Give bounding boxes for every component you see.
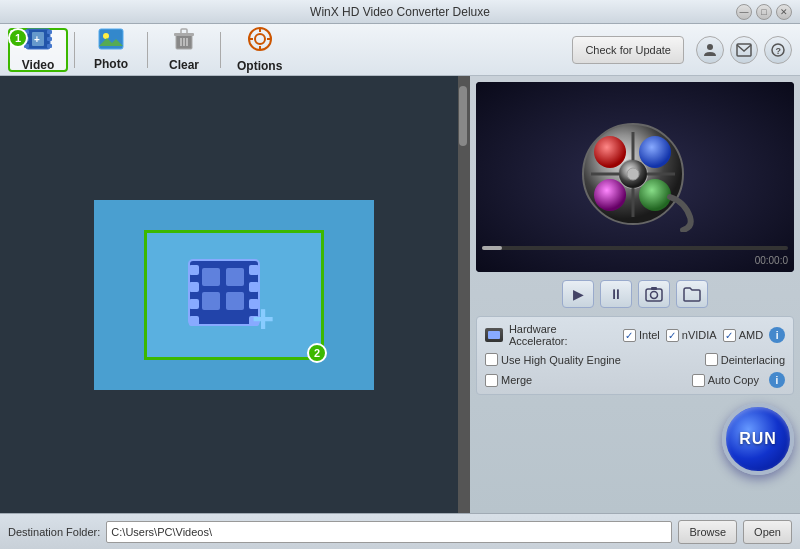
- title-bar: WinX HD Video Converter Deluxe — □ ✕: [0, 0, 800, 24]
- deinterlacing-checkbox[interactable]: Deinterlacing: [705, 353, 785, 366]
- maximize-button[interactable]: □: [756, 4, 772, 20]
- photo-icon: [98, 28, 124, 55]
- drop-zone-inner[interactable]: + 2: [144, 230, 324, 360]
- hardware-accelerator-row: Hardware Accelerator: Intel nVIDIA AMD i: [485, 323, 785, 347]
- run-button-container: RUN: [476, 401, 794, 477]
- svg-rect-4: [47, 30, 52, 34]
- hardware-label: Hardware Accelerator:: [509, 323, 617, 347]
- drop-zone-badge: 2: [307, 343, 327, 363]
- svg-rect-28: [189, 260, 259, 325]
- user-icon[interactable]: [696, 36, 724, 64]
- toolbar-separator-3: [220, 32, 221, 68]
- svg-text:+: +: [252, 298, 274, 340]
- minimize-button[interactable]: —: [736, 4, 752, 20]
- right-panel: 00:00:0 ▶ ⏸: [470, 76, 800, 513]
- svg-rect-39: [202, 292, 220, 310]
- left-scrollbar[interactable]: [458, 76, 468, 513]
- svg-rect-31: [189, 299, 199, 309]
- intel-checkbox-box[interactable]: [623, 329, 636, 342]
- add-video-icon: +: [184, 250, 284, 340]
- pause-button[interactable]: ⏸: [600, 280, 632, 308]
- close-button[interactable]: ✕: [776, 4, 792, 20]
- options-icon: [247, 26, 273, 57]
- window-title: WinX HD Video Converter Deluxe: [310, 5, 490, 19]
- hardware-icon: [485, 328, 503, 342]
- nvidia-checkbox-box[interactable]: [666, 329, 679, 342]
- playback-controls: ▶ ⏸: [476, 278, 794, 310]
- main-area: + 2: [0, 76, 800, 513]
- svg-rect-34: [249, 282, 259, 292]
- svg-point-24: [707, 44, 713, 50]
- preview-area: 00:00:0: [476, 82, 794, 272]
- svg-point-49: [627, 168, 639, 180]
- merge-checkbox-box[interactable]: [485, 374, 498, 387]
- auto-copy-checkbox-box[interactable]: [692, 374, 705, 387]
- auto-copy-label: Auto Copy: [708, 374, 759, 386]
- svg-rect-38: [226, 268, 244, 286]
- merge-label: Merge: [501, 374, 532, 386]
- amd-checkbox-box[interactable]: [723, 329, 736, 342]
- video-badge: 1: [8, 28, 28, 48]
- bottom-bar: Destination Folder: Browse Open: [0, 513, 800, 549]
- clear-button[interactable]: Clear: [154, 28, 214, 72]
- svg-rect-33: [249, 265, 259, 275]
- destination-input[interactable]: [106, 521, 672, 543]
- scroll-thumb[interactable]: [459, 86, 467, 146]
- svg-rect-30: [189, 282, 199, 292]
- toolbar: + Video 1 Photo Clear: [0, 24, 800, 76]
- svg-rect-29: [189, 265, 199, 275]
- merge-checkbox[interactable]: Merge: [485, 374, 532, 387]
- video-button[interactable]: + Video 1: [8, 28, 68, 72]
- email-icon[interactable]: [730, 36, 758, 64]
- svg-point-44: [639, 136, 671, 168]
- drop-zone-outer[interactable]: + 2: [94, 200, 374, 390]
- photo-label: Photo: [94, 57, 128, 71]
- high-quality-label: Use High Quality Engine: [501, 354, 621, 366]
- destination-label: Destination Folder:: [8, 526, 100, 538]
- svg-point-10: [103, 33, 109, 39]
- amd-checkbox[interactable]: AMD: [723, 329, 763, 342]
- browse-button[interactable]: Browse: [678, 520, 737, 544]
- left-panel: + 2: [0, 76, 470, 513]
- deinterlacing-label: Deinterlacing: [721, 354, 785, 366]
- svg-rect-5: [47, 37, 52, 41]
- svg-text:+: +: [34, 34, 40, 45]
- photo-button[interactable]: Photo: [81, 28, 141, 72]
- svg-rect-37: [202, 268, 220, 286]
- nvidia-label: nVIDIA: [682, 329, 717, 341]
- preview-progress-bar[interactable]: [482, 246, 788, 250]
- svg-rect-56: [651, 287, 657, 290]
- hardware-info-icon[interactable]: i: [769, 327, 785, 343]
- nvidia-checkbox[interactable]: nVIDIA: [666, 329, 717, 342]
- play-button[interactable]: ▶: [562, 280, 594, 308]
- run-button[interactable]: RUN: [722, 403, 794, 475]
- folder-button[interactable]: [676, 280, 708, 308]
- preview-progress-thumb[interactable]: [482, 246, 502, 250]
- snapshot-button[interactable]: [638, 280, 670, 308]
- options-label: Options: [237, 59, 282, 73]
- auto-copy-checkbox[interactable]: Auto Copy: [692, 374, 759, 387]
- svg-point-45: [594, 179, 626, 211]
- deinterlacing-checkbox-box[interactable]: [705, 353, 718, 366]
- intel-checkbox[interactable]: Intel: [623, 329, 660, 342]
- intel-label: Intel: [639, 329, 660, 341]
- options-section: Hardware Accelerator: Intel nVIDIA AMD i: [476, 316, 794, 395]
- toolbar-separator-1: [74, 32, 75, 68]
- video-icon: +: [24, 27, 52, 56]
- svg-rect-32: [189, 316, 199, 326]
- clear-label: Clear: [169, 58, 199, 72]
- amd-label: AMD: [739, 329, 763, 341]
- check-update-button[interactable]: Check for Update: [572, 36, 684, 64]
- svg-point-55: [651, 292, 658, 299]
- high-quality-checkbox[interactable]: Use High Quality Engine: [485, 353, 621, 366]
- toolbar-right-icons: ?: [696, 36, 792, 64]
- clear-icon: [172, 27, 196, 56]
- options-button[interactable]: Options: [227, 28, 292, 72]
- open-button[interactable]: Open: [743, 520, 792, 544]
- window-controls[interactable]: — □ ✕: [736, 4, 792, 20]
- auto-copy-info-icon[interactable]: i: [769, 372, 785, 388]
- help-icon[interactable]: ?: [764, 36, 792, 64]
- preview-time: 00:00:0: [755, 255, 788, 266]
- high-quality-checkbox-box[interactable]: [485, 353, 498, 366]
- merge-autocopy-row: Merge Auto Copy i: [485, 372, 785, 388]
